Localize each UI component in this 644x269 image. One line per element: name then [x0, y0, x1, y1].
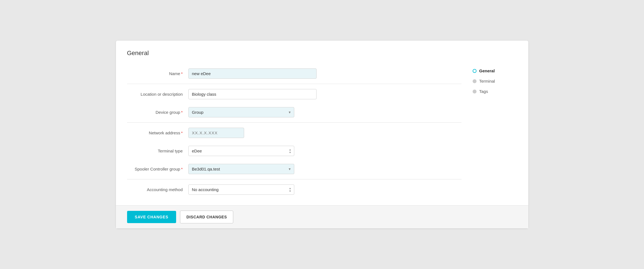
sidebar-item-general[interactable]: General	[473, 66, 517, 76]
main-card: General Name* Location or description De…	[116, 41, 528, 228]
device-group-label: Device group*	[127, 110, 188, 115]
terminal-type-select[interactable]: eDee	[188, 146, 294, 156]
network-address-input[interactable]	[188, 128, 244, 138]
sidebar-item-tags[interactable]: Tags	[473, 86, 517, 97]
network-address-row: Network address*	[127, 124, 461, 142]
name-label: Name*	[127, 71, 188, 76]
spooler-required: *	[181, 167, 183, 171]
device-group-select[interactable]: Group	[188, 107, 294, 117]
general-nav-dot-icon	[473, 69, 477, 73]
terminal-type-wrapper: eDee ▲▼	[188, 146, 294, 156]
page-title: General	[127, 50, 517, 57]
terminal-type-row: Terminal type eDee ▲▼	[127, 142, 461, 160]
general-nav-label: General	[479, 68, 495, 73]
save-button[interactable]: SAVE CHANGES	[127, 211, 176, 223]
name-input[interactable]	[188, 68, 317, 79]
device-group-wrapper: Group ▼	[188, 107, 294, 117]
accounting-select[interactable]: No accounting	[188, 184, 294, 195]
sidebar-item-terminal[interactable]: Terminal	[473, 76, 517, 86]
device-group-row: Device group* Group ▼	[127, 103, 461, 121]
name-row: Name*	[127, 65, 461, 83]
location-row: Location or description	[127, 85, 461, 103]
terminal-type-label: Terminal type	[127, 149, 188, 153]
accounting-row: Accounting method No accounting ▲▼	[127, 181, 461, 199]
sidebar-nav: General Terminal Tags	[473, 65, 517, 199]
spooler-label: Spooler Controller group*	[127, 167, 188, 171]
spooler-row: Spooler Controller group* Be3d01.qa.test…	[127, 160, 461, 178]
network-address-label: Network address*	[127, 130, 188, 135]
accounting-label: Accounting method	[127, 187, 188, 192]
tags-nav-label: Tags	[479, 89, 488, 94]
divider-3	[127, 179, 461, 179]
device-group-required: *	[181, 110, 183, 115]
terminal-nav-dot-icon	[473, 79, 477, 83]
network-required: *	[181, 130, 183, 135]
terminal-nav-label: Terminal	[479, 79, 495, 83]
footer-bar: SAVE CHANGES DISCARD CHANGES	[116, 205, 528, 228]
spooler-wrapper: Be3d01.qa.test ▼	[188, 164, 294, 174]
main-layout: Name* Location or description Device gro…	[127, 65, 517, 199]
name-required: *	[181, 71, 183, 76]
divider-2	[127, 122, 461, 123]
location-label: Location or description	[127, 92, 188, 97]
spooler-select[interactable]: Be3d01.qa.test	[188, 164, 294, 174]
accounting-wrapper: No accounting ▲▼	[188, 184, 294, 195]
tags-nav-dot-icon	[473, 90, 477, 93]
discard-button[interactable]: DISCARD CHANGES	[180, 211, 233, 223]
location-input[interactable]	[188, 89, 317, 99]
divider-1	[127, 84, 461, 84]
form-area: Name* Location or description Device gro…	[127, 65, 461, 199]
